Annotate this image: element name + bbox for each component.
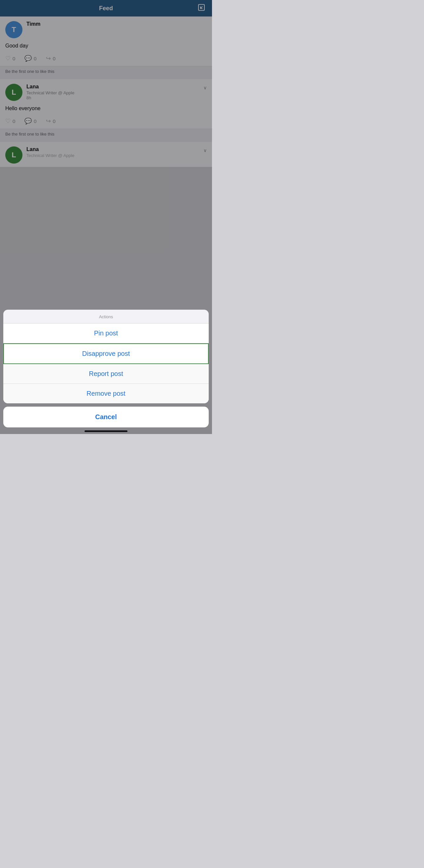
home-indicator: [85, 430, 128, 432]
pin-post-button[interactable]: Pin post: [3, 323, 209, 343]
disapprove-post-button[interactable]: Disapprove post: [3, 343, 209, 364]
action-sheet-cancel: Cancel: [3, 407, 209, 427]
action-sheet-main: Actions Pin post Disapprove post Report …: [3, 310, 209, 403]
report-post-button[interactable]: Report post: [3, 364, 209, 384]
action-sheet: Actions Pin post Disapprove post Report …: [0, 310, 212, 434]
remove-post-button[interactable]: Remove post: [3, 384, 209, 403]
action-sheet-title: Actions: [3, 310, 209, 323]
cancel-button[interactable]: Cancel: [3, 407, 209, 427]
